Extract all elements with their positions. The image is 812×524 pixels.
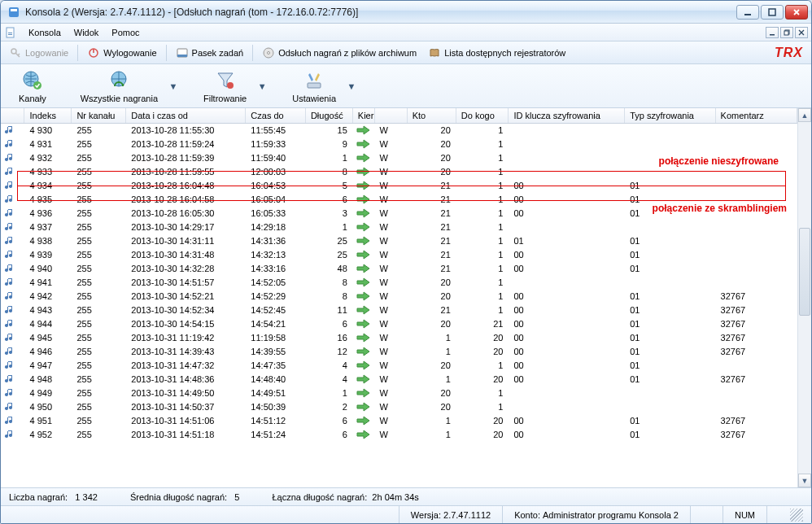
table-row[interactable]: 4 9402552013-10-30 14:32:2814:33:1648W21… (1, 262, 797, 276)
cell-channel: 255 (72, 179, 126, 193)
cell-datetime-from: 2013-10-28 11:59:39 (126, 151, 246, 165)
cell-enc-key: 00 (509, 262, 625, 276)
filter-button[interactable]: Filtrowanie (194, 68, 256, 105)
table-row[interactable]: 4 9312552013-10-28 11:59:2411:59:339W201 (1, 138, 797, 151)
filter-dropdown[interactable]: ▼ (256, 81, 268, 91)
table-row[interactable]: 4 9492552013-10-31 14:49:5014:49:511W201 (1, 386, 797, 400)
menu-konsola[interactable]: Konsola (22, 26, 68, 39)
table-row[interactable]: 4 9332552013-10-28 11:59:5512:00:038W201 (1, 165, 797, 179)
audio-icon (4, 290, 17, 302)
table-row[interactable]: 4 9502552013-10-31 14:50:3714:50:392W201 (1, 400, 797, 414)
column-header[interactable]: Nr kanału (72, 108, 126, 124)
column-header[interactable]: Czas do (246, 108, 306, 124)
table-row[interactable]: 4 9372552013-10-30 14:29:1714:29:181W211 (1, 221, 797, 234)
cell-enc-type: 01 (625, 345, 715, 359)
column-header[interactable]: Data i czas od (126, 108, 246, 124)
svg-point-16 (268, 51, 270, 54)
cell-comment (715, 138, 797, 151)
column-header[interactable]: Typ szyfrowania (625, 108, 715, 124)
maximize-button[interactable] (761, 5, 784, 20)
table-row[interactable]: 4 9432552013-10-30 14:52:3414:52:4511W21… (1, 303, 797, 317)
cell-channel: 255 (72, 303, 126, 317)
channels-button[interactable]: Kanały (9, 68, 56, 105)
column-header[interactable]: ID klucza szyfrowania (509, 108, 625, 124)
document-icon (4, 26, 17, 39)
recorders-list-button[interactable]: Lista dostępnych rejestratorów (423, 45, 570, 61)
table-row[interactable]: 4 9422552013-10-30 14:52:2114:52:298W201… (1, 290, 797, 303)
column-header[interactable]: Kierunek (352, 108, 374, 124)
recordings-grid[interactable]: IndeksNr kanałuData i czas odCzas doDług… (1, 108, 797, 442)
cell-time-to: 14:32:13 (246, 248, 306, 262)
cell-enc-key: 00 (509, 331, 625, 345)
column-header[interactable] (1, 108, 24, 124)
table-row[interactable]: 4 9412552013-10-30 14:51:5714:52:058W201 (1, 276, 797, 290)
table-row[interactable]: 4 9452552013-10-31 11:19:4211:19:5816W12… (1, 331, 797, 345)
cell-time-to: 16:05:33 (246, 207, 306, 221)
all-recordings-button[interactable]: Wszystkie nagrania (71, 68, 168, 105)
svg-rect-2 (744, 14, 751, 15)
resize-grip[interactable] (790, 509, 803, 522)
menu-widok[interactable]: Widok (68, 26, 106, 39)
close-button[interactable] (785, 5, 808, 20)
audio-icon (4, 207, 17, 219)
column-header[interactable]: Kto (407, 108, 456, 124)
scroll-thumb[interactable] (799, 228, 810, 316)
cell-length: 8 (305, 290, 352, 303)
table-row[interactable]: 4 9322552013-10-28 11:59:3911:59:401W201 (1, 151, 797, 165)
column-header[interactable]: Indeks (24, 108, 72, 124)
cell-to-who: 1 (456, 262, 509, 276)
column-header[interactable]: Do kogo (456, 108, 509, 124)
taskbar-button[interactable]: Pasek zadań (171, 45, 249, 61)
table-row[interactable]: 4 9352552013-10-28 16:04:5816:05:046W211… (1, 193, 797, 207)
table-row[interactable]: 4 9302552013-10-28 11:55:3011:55:4515W20… (1, 124, 797, 138)
cell-datetime-from: 2013-10-28 11:55:30 (126, 124, 246, 138)
table-row[interactable]: 4 9472552013-10-31 14:47:3214:47:354W201… (1, 359, 797, 373)
cell-comment (715, 179, 797, 193)
cell-index: 4 947 (24, 359, 72, 373)
table-row[interactable]: 4 9482552013-10-31 14:48:3614:48:404W120… (1, 373, 797, 386)
table-row[interactable]: 4 9362552013-10-28 16:05:3016:05:333W211… (1, 207, 797, 221)
all-recordings-dropdown[interactable]: ▼ (168, 81, 179, 91)
table-row[interactable]: 4 9522552013-10-31 14:51:1814:51:246W120… (1, 428, 797, 442)
table-row[interactable]: 4 9442552013-10-30 14:54:1514:54:216W202… (1, 317, 797, 331)
cell-direction: W (374, 221, 407, 234)
disc-icon (262, 46, 275, 59)
logout-button[interactable]: Wylogowanie (82, 45, 161, 61)
cell-datetime-from: 2013-10-30 14:51:57 (126, 276, 246, 290)
minimize-button[interactable] (736, 5, 759, 20)
cell-enc-key: 00 (509, 428, 625, 442)
cell-datetime-from: 2013-10-28 11:59:55 (126, 165, 246, 179)
scroll-up-button[interactable]: ▲ (798, 108, 811, 122)
settings-button[interactable]: Ustawienia (282, 68, 346, 105)
cell-enc-type (625, 221, 715, 234)
table-row[interactable]: 4 9382552013-10-30 14:31:1114:31:3625W21… (1, 234, 797, 248)
column-header[interactable]: Komentarz (715, 108, 797, 124)
table-row[interactable]: 4 9342552013-10-28 16:04:4816:04:535W211… (1, 179, 797, 193)
audio-icon (4, 263, 17, 274)
cell-length: 48 (305, 262, 352, 276)
mdi-close-button[interactable] (795, 27, 808, 38)
cell-enc-type: 01 (625, 234, 715, 248)
settings-dropdown[interactable]: ▼ (346, 81, 357, 91)
archive-playback-button[interactable]: Odsłuch nagrań z plików archiwum (257, 45, 421, 61)
cell-enc-type (625, 276, 715, 290)
cell-datetime-from: 2013-10-28 11:59:24 (126, 138, 246, 151)
mdi-restore-button[interactable] (780, 27, 793, 38)
cell-direction: W (374, 386, 407, 400)
cell-who: 20 (407, 290, 456, 303)
column-header[interactable]: Długość (305, 108, 352, 124)
cell-channel: 255 (72, 151, 126, 165)
cell-enc-key: 00 (509, 414, 625, 428)
direction-arrow-icon (356, 235, 371, 247)
cell-who: 1 (407, 428, 456, 442)
table-row[interactable]: 4 9512552013-10-31 14:51:0614:51:126W120… (1, 414, 797, 428)
column-header[interactable] (374, 108, 407, 124)
cell-enc-key (509, 400, 625, 414)
vertical-scrollbar[interactable]: ▲ ▼ (797, 108, 811, 487)
mdi-minimize-button[interactable] (766, 27, 779, 38)
menu-pomoc[interactable]: Pomoc (105, 26, 146, 39)
scroll-down-button[interactable]: ▼ (798, 474, 811, 487)
table-row[interactable]: 4 9392552013-10-30 14:31:4814:32:1325W21… (1, 248, 797, 262)
scroll-track[interactable] (798, 122, 811, 474)
table-row[interactable]: 4 9462552013-10-31 14:39:4314:39:5512W12… (1, 345, 797, 359)
